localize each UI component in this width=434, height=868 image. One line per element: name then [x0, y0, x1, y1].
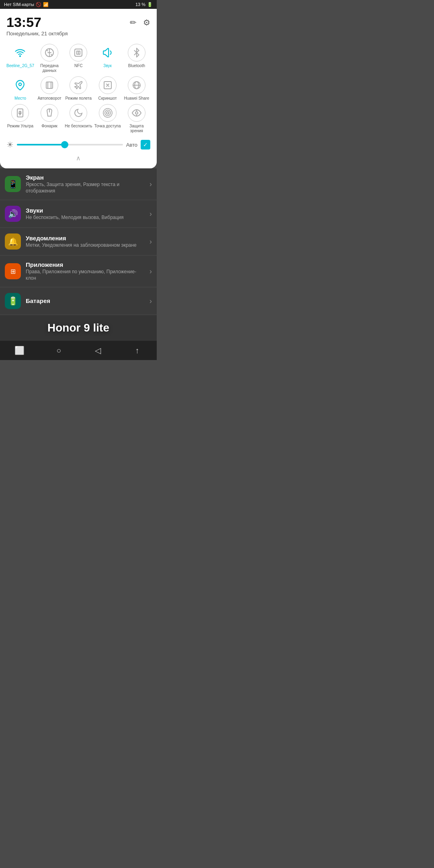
bottom-nav: ⬜ ○ ◁ ↑: [0, 341, 157, 360]
nav-recents[interactable]: ⬜: [10, 343, 29, 358]
toggle-eyeprotect[interactable]: Защита зрения: [123, 104, 150, 133]
brightness-row: ☀ Авто ✓: [6, 140, 150, 149]
brightness-auto-label: Авто: [126, 142, 137, 148]
nav-back[interactable]: ◁: [88, 343, 108, 358]
settings-item-screen[interactable]: 📱 Экран Яркость, Защита зрения, Размер т…: [0, 168, 157, 200]
toggle-bluetooth[interactable]: Bluetooth: [123, 44, 150, 73]
toggle-flashlight[interactable]: Фонарик: [36, 104, 63, 133]
toggle-huaweishare[interactable]: Huawei Share: [123, 76, 150, 101]
eyeprotect-label: Защита зрения: [123, 124, 150, 133]
notifications-setting-text: Уведомления Метки, Уведомления на заблок…: [26, 235, 146, 249]
bluetooth-label: Bluetooth: [128, 63, 145, 68]
toggle-location[interactable]: Место: [6, 76, 34, 101]
svg-point-13: [106, 112, 109, 114]
toggle-airplane[interactable]: Режим полета: [65, 76, 92, 101]
svg-point-14: [105, 110, 111, 116]
screen-setting-subtitle: Яркость, Защита зрения, Размер текста и …: [26, 182, 146, 194]
screen-setting-icon: 📱: [5, 176, 21, 192]
qs-time-date: 13:57 Понедельник, 21 октября: [6, 15, 68, 37]
collapse-icon: ∧: [76, 155, 81, 162]
hotspot-icon: [99, 104, 117, 122]
battery-setting-icon: 🔋: [5, 293, 21, 309]
collapse-handle[interactable]: ∧: [6, 154, 150, 162]
quick-settings-panel: 13:57 Понедельник, 21 октября ✏ ⚙ Beelin…: [0, 9, 157, 168]
huaweishare-label: Huawei Share: [124, 96, 149, 101]
settings-item-notifications[interactable]: 🔔 Уведомления Метки, Уведомления на забл…: [0, 228, 157, 256]
brightness-auto-checkbox[interactable]: ✓: [141, 140, 150, 149]
checkbox-check: ✓: [143, 141, 148, 148]
toggle-ultra[interactable]: Режим Ультра: [6, 104, 34, 133]
sound-setting-icon: 🔊: [5, 206, 21, 222]
status-left: Нет SIM-карты 🚫 📶: [4, 2, 49, 7]
brightness-icon: ☀: [6, 140, 14, 149]
rotate-icon: [41, 76, 58, 94]
wifi-label: Beeline_2G_57: [6, 63, 34, 68]
screenshot-label: Скриншот: [98, 96, 117, 101]
battery-chevron: ›: [149, 297, 152, 305]
data-label: Передача данных: [36, 63, 63, 73]
toggle-sound[interactable]: Звук: [94, 44, 121, 73]
flashlight-icon: [41, 104, 58, 122]
svg-point-0: [20, 56, 20, 57]
battery-icon: 🔋: [147, 2, 153, 7]
qs-time: 13:57: [6, 15, 68, 29]
location-icon: [11, 76, 29, 94]
toggle-dnd[interactable]: Не беспокоить: [65, 104, 92, 133]
dnd-icon: [70, 104, 87, 122]
status-bar: Нет SIM-карты 🚫 📶 13 % 🔋: [0, 0, 157, 9]
screen-chevron: ›: [149, 180, 152, 188]
status-right: 13 % 🔋: [135, 2, 153, 7]
notifications-setting-title: Уведомления: [26, 235, 146, 242]
ultra-icon: [11, 104, 29, 122]
nav-home[interactable]: ○: [49, 343, 68, 358]
qs-date: Понедельник, 21 октября: [6, 31, 68, 37]
sound-setting-title: Звуки: [26, 207, 146, 214]
battery-setting-title: Батарея: [26, 297, 146, 304]
brightness-fill: [17, 144, 65, 145]
brightness-slider[interactable]: [17, 144, 123, 145]
settings-list: 📱 Экран Яркость, Защита зрения, Размер т…: [0, 168, 157, 315]
apps-setting-title: Приложения: [26, 261, 146, 268]
location-label: Место: [14, 96, 26, 101]
device-name: Honor 9 lite: [0, 315, 157, 341]
settings-item-apps[interactable]: ⊞ Приложения Права, Приложения по умолча…: [0, 256, 157, 287]
apps-setting-text: Приложения Права, Приложения по умолчани…: [26, 261, 146, 281]
airplane-icon: [70, 76, 87, 94]
ultra-label: Режим Ультра: [7, 124, 33, 129]
settings-item-sound[interactable]: 🔊 Звуки Не беспокоить, Мелодия вызова, В…: [0, 200, 157, 228]
apps-chevron: ›: [149, 267, 152, 276]
notifications-setting-icon: 🔔: [5, 233, 21, 250]
toggle-screenshot[interactable]: Скриншот: [94, 76, 121, 101]
sim-icon: 🚫: [36, 2, 41, 7]
battery-text: 13 %: [135, 2, 145, 7]
settings-icon[interactable]: ⚙: [143, 18, 150, 27]
sim-status: Нет SIM-карты: [4, 2, 34, 7]
screenshot-icon: [99, 76, 117, 94]
svg-point-5: [19, 83, 22, 86]
toggle-wifi[interactable]: Beeline_2G_57: [6, 44, 34, 73]
battery-setting-text: Батарея: [26, 297, 146, 305]
nfc-label: NFC: [74, 63, 83, 68]
apps-setting-subtitle: Права, Приложения по умолчанию, Приложен…: [26, 269, 146, 281]
nfc-icon: [70, 44, 87, 61]
hotspot-label: Точка доступа: [94, 124, 121, 129]
toggle-nfc[interactable]: NFC: [65, 44, 92, 73]
rotate-label: Автоповорот: [38, 96, 61, 101]
nav-menu[interactable]: ↑: [127, 343, 147, 358]
svg-rect-6: [46, 82, 53, 88]
edit-icon[interactable]: ✏: [130, 18, 137, 27]
wifi-icon: 📶: [43, 2, 49, 7]
toggle-data[interactable]: Передача данных: [36, 44, 63, 73]
toggle-rotate[interactable]: Автоповорот: [36, 76, 63, 101]
bluetooth-icon: [128, 44, 145, 61]
data-icon: [41, 44, 58, 61]
screen-setting-text: Экран Яркость, Защита зрения, Размер тек…: [26, 174, 146, 194]
qs-header-actions: ✏ ⚙: [130, 15, 150, 27]
sound-setting-text: Звуки Не беспокоить, Мелодия вызова, Виб…: [26, 207, 146, 221]
settings-item-battery[interactable]: 🔋 Батарея ›: [0, 287, 157, 315]
wifi-icon: [11, 44, 29, 61]
brightness-thumb[interactable]: [61, 141, 68, 148]
toggle-hotspot[interactable]: Точка доступа: [94, 104, 121, 133]
toggle-grid: Beeline_2G_57 Передача данных NFC: [6, 44, 150, 133]
eyeprotect-icon: [128, 104, 145, 122]
